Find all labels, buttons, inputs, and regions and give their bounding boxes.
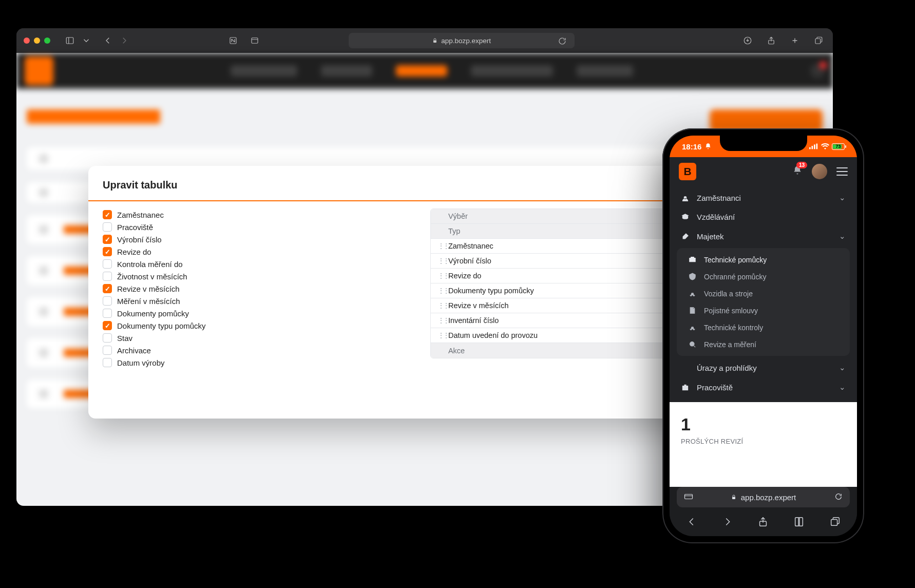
column-order-label: Výběr bbox=[448, 212, 468, 220]
minimize-window-button[interactable] bbox=[34, 37, 40, 44]
mobile-address-bar[interactable]: app.bozp.expert bbox=[677, 487, 850, 507]
column-toggle-row[interactable]: Datum výroby bbox=[103, 356, 412, 369]
close-window-button[interactable] bbox=[24, 37, 30, 44]
drag-handle-icon[interactable]: ⋮⋮ bbox=[438, 317, 444, 324]
notion-extension-icon[interactable] bbox=[226, 35, 240, 46]
reload-button[interactable] bbox=[834, 492, 843, 502]
checkbox[interactable] bbox=[103, 284, 112, 293]
share-icon[interactable] bbox=[757, 516, 769, 529]
column-toggle-row[interactable]: Měření v měsících bbox=[103, 295, 412, 307]
column-toggle-row[interactable]: Dokumenty typu pomůcky bbox=[103, 319, 412, 332]
wifi-icon bbox=[821, 143, 829, 149]
tabs-overview-icon[interactable] bbox=[811, 35, 826, 46]
lock-icon bbox=[731, 494, 737, 500]
new-tab-icon[interactable] bbox=[788, 35, 802, 46]
column-order-label: Revize do bbox=[448, 272, 481, 280]
nav-item-pracoviste[interactable]: Pracoviště ⌄ bbox=[670, 377, 857, 397]
address-bar-text: app.bozp.expert bbox=[441, 37, 491, 45]
checkbox-label: Dokumenty pomůcky bbox=[117, 309, 189, 318]
forward-button[interactable] bbox=[117, 35, 131, 46]
checkbox[interactable] bbox=[103, 346, 112, 355]
checkbox[interactable] bbox=[103, 333, 112, 343]
nav-subitem[interactable]: Technické kontroly bbox=[677, 319, 850, 336]
column-toggle-row[interactable]: Stav bbox=[103, 332, 412, 344]
nav-item-zamestnanci[interactable]: Zaměstnanci ⌄ bbox=[670, 188, 857, 207]
nav-item-vzdelavani[interactable]: Vzdělávání bbox=[670, 207, 857, 226]
column-toggle-row[interactable]: Archivace bbox=[103, 344, 412, 356]
downloads-icon[interactable] bbox=[740, 35, 755, 46]
checkbox[interactable] bbox=[103, 309, 112, 318]
iphone-notch bbox=[720, 136, 807, 151]
column-order-label: Dokumenty typu pomůcky bbox=[448, 287, 534, 295]
nav-subitem[interactable]: Ochranné pomůcky bbox=[677, 268, 850, 285]
sidebar-icon[interactable] bbox=[63, 35, 77, 46]
nav-item-majetek[interactable]: Majetek ⌄ bbox=[670, 226, 857, 246]
column-toggle-row[interactable]: Výrobní číslo bbox=[103, 233, 412, 245]
checkbox-label: Dokumenty typu pomůcky bbox=[117, 321, 206, 330]
nav-label: Úrazy a prohlídky bbox=[697, 364, 757, 372]
column-toggle-row[interactable]: Zaměstnanec bbox=[103, 208, 412, 221]
checkbox-label: Zaměstnanec bbox=[117, 211, 164, 219]
nav-label: Majetek bbox=[697, 232, 724, 241]
drag-handle-icon[interactable]: ⋮⋮ bbox=[438, 272, 444, 279]
bookmarks-icon[interactable] bbox=[793, 516, 805, 529]
column-toggle-row[interactable]: Kontrola měření do bbox=[103, 258, 412, 270]
drag-handle-icon[interactable]: ⋮⋮ bbox=[438, 242, 444, 250]
share-icon[interactable] bbox=[764, 35, 778, 46]
column-toggle-row[interactable]: Životnost v měsících bbox=[103, 270, 412, 282]
checkbox[interactable] bbox=[103, 296, 112, 306]
nav-subitem[interactable]: Technické pomůcky bbox=[677, 251, 850, 268]
chevron-down-icon: ⌄ bbox=[839, 383, 846, 392]
nav-label: Vzdělávání bbox=[697, 213, 735, 221]
drag-handle-icon[interactable]: ⋮⋮ bbox=[438, 287, 444, 294]
columns-checkbox-list: ZaměstnanecPracovištěVýrobní čísloRevize… bbox=[103, 208, 412, 369]
address-bar[interactable]: app.bozp.expert bbox=[349, 33, 575, 48]
column-order-label: Revize v měsících bbox=[448, 301, 509, 310]
column-toggle-row[interactable]: Revize do bbox=[103, 245, 412, 258]
checkbox-label: Revize do bbox=[117, 248, 151, 256]
notifications-icon bbox=[810, 64, 825, 78]
column-order-label: Typ bbox=[448, 227, 460, 235]
tabs-overview-icon[interactable] bbox=[829, 516, 841, 529]
column-toggle-row[interactable]: Pracoviště bbox=[103, 221, 412, 233]
chevron-down-icon[interactable] bbox=[79, 35, 93, 46]
column-toggle-row[interactable]: Dokumenty pomůcky bbox=[103, 307, 412, 319]
chevron-down-icon: ⌄ bbox=[839, 193, 846, 202]
nav-item-urazy[interactable]: Úrazy a prohlídky ⌄ bbox=[670, 358, 857, 377]
nav-subitem[interactable]: Revize a měření bbox=[677, 336, 850, 353]
column-toggle-row[interactable]: Revize v měsících bbox=[103, 282, 412, 295]
checkbox[interactable] bbox=[103, 235, 112, 244]
reader-icon[interactable] bbox=[247, 35, 262, 46]
checkbox[interactable] bbox=[103, 247, 112, 256]
zoom-window-button[interactable] bbox=[44, 37, 50, 44]
checkbox[interactable] bbox=[103, 259, 112, 269]
nav-subitem-label: Pojistné smlouvy bbox=[704, 307, 758, 315]
nav-subitem[interactable]: Vozidla a stroje bbox=[677, 285, 850, 302]
column-order-label: Datum uvedení do provozu bbox=[448, 331, 538, 339]
safari-toolbar: app.bozp.expert bbox=[16, 28, 833, 53]
column-order-label: Výrobní číslo bbox=[448, 257, 491, 265]
reload-button[interactable] bbox=[555, 35, 569, 47]
drag-handle-icon[interactable]: ⋮⋮ bbox=[438, 332, 444, 339]
checkbox[interactable] bbox=[103, 272, 112, 281]
window-traffic-lights bbox=[24, 37, 50, 44]
mobile-app-logo[interactable]: B bbox=[679, 163, 696, 180]
drag-handle-icon[interactable]: ⋮⋮ bbox=[438, 302, 444, 309]
text-size-icon[interactable] bbox=[684, 493, 693, 502]
forward-button[interactable] bbox=[722, 516, 733, 529]
mobile-notifications-button[interactable]: 13 bbox=[792, 165, 803, 178]
checkbox[interactable] bbox=[103, 210, 112, 219]
drag-handle-icon[interactable]: ⋮⋮ bbox=[438, 257, 444, 264]
checkbox[interactable] bbox=[103, 222, 112, 232]
hamburger-menu-button[interactable] bbox=[836, 167, 848, 176]
avatar[interactable] bbox=[812, 164, 827, 179]
checkbox-label: Pracoviště bbox=[117, 223, 153, 232]
checkbox[interactable] bbox=[103, 321, 112, 330]
checkbox[interactable] bbox=[103, 358, 112, 367]
nav-subitem-label: Technické kontroly bbox=[704, 324, 763, 332]
back-button[interactable] bbox=[686, 516, 697, 529]
back-button[interactable] bbox=[101, 35, 115, 46]
battery-pct: 73 bbox=[832, 144, 844, 149]
svg-rect-8 bbox=[815, 39, 821, 44]
nav-subitem[interactable]: Pojistné smlouvy bbox=[677, 302, 850, 319]
